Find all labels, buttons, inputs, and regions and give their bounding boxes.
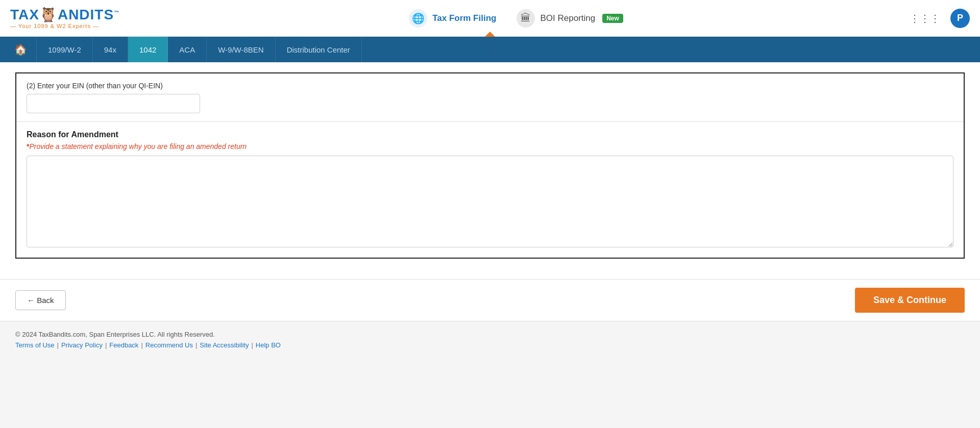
tax-form-label: Tax Form Filing (432, 13, 496, 23)
ein-label: (2) Enter your EIN (other than your QI-E… (27, 82, 953, 90)
nav-1099[interactable]: 1099/W-2 (37, 37, 93, 62)
nav-indicator (485, 32, 495, 37)
ein-section: (2) Enter your EIN (other than your QI-E… (16, 73, 964, 122)
sep-3: | (141, 341, 142, 349)
sep-2: | (105, 341, 107, 349)
back-button[interactable]: ← Back (15, 290, 66, 310)
grid-icon[interactable]: ⋮⋮⋮ (910, 12, 940, 24)
logo-tax: TAX (10, 7, 39, 22)
new-badge: New (602, 14, 623, 23)
nav-w9[interactable]: W-9/W-8BEN (207, 37, 275, 62)
action-bar: ← Back Save & Continue (0, 279, 980, 321)
privacy-policy-link[interactable]: Privacy Policy (61, 341, 103, 349)
logo-area: TAX🦉ANDITS™ — Your 1099 & W2 Experts — (10, 8, 122, 29)
sep-5: | (251, 341, 253, 349)
reason-title: Reason for Amendment (27, 130, 953, 139)
logo-tagline: — Your 1099 & W2 Experts — (10, 23, 99, 29)
nav-distribution-center[interactable]: Distribution Center (276, 37, 362, 62)
logo-tm: ™ (114, 9, 119, 15)
ein-input[interactable] (27, 94, 200, 113)
feedback-link[interactable]: Feedback (109, 341, 138, 349)
footer-copyright: © 2024 TaxBandits.com, Span Enterprises … (15, 331, 965, 338)
sep-1: | (57, 341, 59, 349)
tax-form-icon: 🌐 (409, 9, 427, 28)
form-outer-box: (2) Enter your EIN (other than your QI-E… (15, 72, 965, 259)
nav-1042[interactable]: 1042 (128, 37, 168, 62)
boi-icon: 🏛 (517, 9, 535, 28)
tax-form-filing-link[interactable]: 🌐 Tax Form Filing (409, 9, 496, 28)
reason-textarea[interactable] (27, 156, 953, 247)
reason-section: Reason for Amendment *Provide a statemen… (16, 122, 964, 258)
boi-label: BOI Reporting (540, 13, 595, 23)
nav-home[interactable]: 🏠 (5, 37, 37, 62)
header-right: ⋮⋮⋮ P (910, 9, 970, 28)
footer-links: Terms of Use | Privacy Policy | Feedback… (15, 341, 965, 349)
boi-reporting-link[interactable]: 🏛 BOI Reporting New (517, 9, 623, 28)
header-nav: 🌐 Tax Form Filing 🏛 BOI Reporting New (122, 9, 910, 28)
reason-required-note: *Provide a statement explaining why you … (27, 142, 953, 150)
main-content: (2) Enter your EIN (other than your QI-E… (0, 62, 980, 279)
main-header: TAX🦉ANDITS™ — Your 1099 & W2 Experts — 🌐… (0, 0, 980, 37)
logo-bandits: ANDITS (58, 7, 114, 22)
user-avatar[interactable]: P (950, 9, 970, 28)
recommend-us-link[interactable]: Recommend Us (145, 341, 193, 349)
footer: © 2024 TaxBandits.com, Span Enterprises … (0, 321, 980, 356)
sep-4: | (195, 341, 197, 349)
terms-of-use-link[interactable]: Terms of Use (15, 341, 55, 349)
save-continue-button[interactable]: Save & Continue (855, 288, 965, 313)
site-accessibility-link[interactable]: Site Accessibility (200, 341, 249, 349)
help-bo-link[interactable]: Help BO (256, 341, 281, 349)
nav-94x[interactable]: 94x (93, 37, 128, 62)
logo[interactable]: TAX🦉ANDITS™ (10, 8, 119, 22)
top-nav-bar: 🏠 1099/W-2 94x 1042 ACA W-9/W-8BEN Distr… (0, 37, 980, 62)
nav-aca[interactable]: ACA (168, 37, 207, 62)
logo-owl: 🦉 (39, 7, 58, 22)
